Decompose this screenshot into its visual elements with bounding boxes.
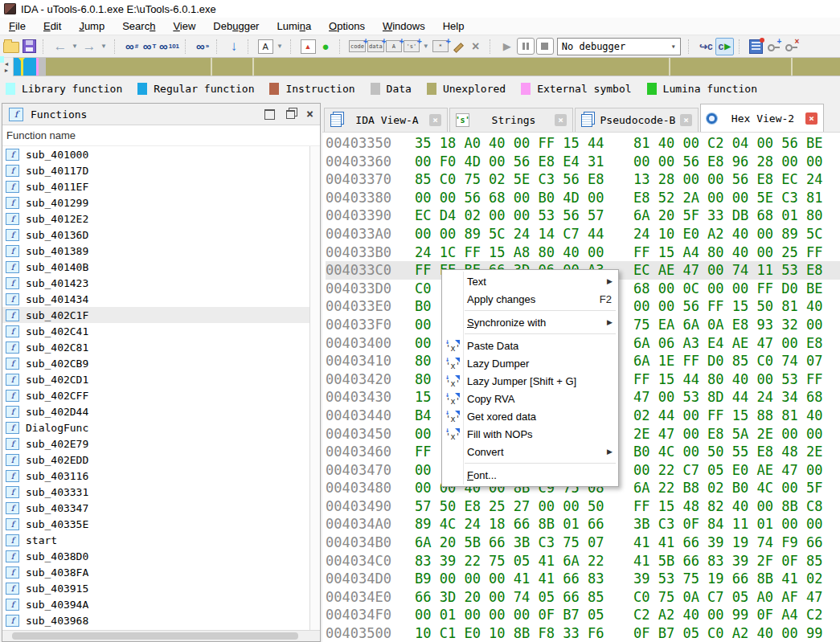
navband-scroll-left-icon[interactable]: ◄	[4, 61, 10, 67]
function-list-item[interactable]: fsub_40335E	[2, 516, 320, 532]
open-file-button[interactable]	[3, 38, 19, 55]
search-binary-button[interactable]: ∞101	[159, 38, 179, 55]
menu-item-text[interactable]: Text▶	[442, 272, 618, 290]
menu-item-convert[interactable]: Convert▶	[442, 443, 618, 460]
hex-row[interactable]: 004034F000 01 00 00 00 0F B7 05C2 A2 40 …	[326, 606, 840, 624]
tab-close-icon[interactable]: ×	[805, 112, 817, 125]
create-string-dropdown[interactable]: ▼	[421, 38, 431, 55]
create-string-button[interactable]: 's'+	[404, 38, 420, 55]
function-list-item[interactable]: fsub_4012E2	[2, 211, 320, 227]
function-list-item[interactable]: fsub_402CD1	[2, 371, 320, 387]
function-list-item[interactable]: fstart	[2, 532, 320, 548]
add-key-button[interactable]: +	[766, 38, 782, 55]
menu-item-fill-with-nops[interactable]: 'x'Fill with NOPs	[442, 425, 618, 443]
function-list-item[interactable]: fsub_40117D	[2, 162, 320, 178]
debug-pause-button[interactable]	[517, 38, 535, 55]
hex-row[interactable]: 0040335035 18 A0 40 00 FF 15 4481 40 00 …	[326, 134, 840, 153]
menu-item-apply-changes[interactable]: Apply changesF2	[442, 290, 618, 308]
recent-scripts-button[interactable]	[748, 38, 764, 55]
functions-horizontal-scrollbar[interactable]	[2, 630, 320, 641]
menu-item-lazy-dumper[interactable]: 'x'Lazy Dumper	[442, 354, 618, 372]
hex-row[interactable]: 004033B024 1C FF 15 A8 80 40 00FF 15 A4 …	[326, 243, 840, 262]
menu-jump[interactable]: Jump	[70, 18, 113, 34]
debug-stop-button[interactable]	[536, 38, 554, 55]
menu-lumina[interactable]: Lumina	[268, 18, 320, 34]
functions-panel-titlebar[interactable]: f Functions ×	[2, 104, 320, 125]
function-list-item[interactable]: fsub_402D44	[2, 403, 320, 419]
hex-row[interactable]: 004034D0B9 00 00 00 41 41 66 8339 53 75 …	[326, 570, 840, 588]
navigate-forward-dropdown[interactable]: ▼	[99, 38, 109, 55]
navigate-forward-button[interactable]: →	[81, 38, 97, 55]
hex-row[interactable]: 004034B06A 20 5B 66 3B C3 75 0741 41 66 …	[326, 534, 840, 552]
create-code-button[interactable]: code+	[349, 38, 366, 55]
create-data-button[interactable]: data+	[367, 38, 384, 55]
edit-comment-button[interactable]	[450, 38, 466, 55]
function-list-item[interactable]: fsub_4038D0	[2, 548, 320, 564]
jump-to-address-button[interactable]: ↓	[226, 38, 242, 55]
tab-close-icon[interactable]: ×	[555, 114, 567, 126]
menu-item-synchronize-with[interactable]: Synchronize with▶	[442, 313, 618, 331]
chevron-down-icon[interactable]: ▾	[667, 42, 680, 51]
function-list-item[interactable]: fsub_403915	[2, 580, 320, 596]
menu-view[interactable]: View	[164, 18, 204, 34]
hex-row[interactable]: 0040349057 50 E8 25 27 00 00 50FF 15 48 …	[326, 497, 840, 516]
tab-pseudocode-b[interactable]: Pseudocode-B×	[575, 108, 699, 132]
tab-close-icon[interactable]: ×	[429, 114, 441, 126]
menu-item-lazy-jumper-shift-g-[interactable]: 'x'Lazy Jumper [Shift + G]	[442, 372, 618, 390]
function-list-item[interactable]: fsub_403116	[2, 468, 320, 484]
function-list-item[interactable]: fsub_401000	[2, 146, 320, 162]
function-list-item[interactable]: fsub_402C1F	[2, 307, 320, 323]
hex-row[interactable]: 004034E066 3D 20 00 74 05 66 85C0 75 0A …	[326, 588, 840, 607]
restore-icon[interactable]	[286, 110, 295, 119]
function-list-item[interactable]: fsub_401299	[2, 194, 320, 211]
rename-button[interactable]: A	[257, 38, 273, 55]
functions-vertical-scrollbar[interactable]	[309, 146, 320, 630]
function-list-item[interactable]: fsub_4011EF	[2, 178, 320, 194]
menu-help[interactable]: Help	[434, 18, 473, 34]
function-list-item[interactable]: fsub_40140B	[2, 259, 320, 275]
save-database-button[interactable]	[21, 38, 37, 55]
current-position-marker[interactable]	[21, 58, 23, 76]
tab-hex-view-2[interactable]: Hex View-2×	[700, 104, 824, 132]
problems-list-button[interactable]: ▲	[300, 38, 316, 55]
scrollbar-thumb[interactable]	[12, 632, 298, 640]
autoanalysis-status-icon[interactable]: ●	[318, 38, 334, 55]
menu-windows[interactable]: Windows	[374, 18, 434, 34]
menu-item-get-xored-data[interactable]: 'x'Get xored data	[442, 407, 618, 425]
function-list-item[interactable]: fsub_402CFF	[2, 387, 320, 403]
function-list-item[interactable]: fsub_402E79	[2, 435, 320, 452]
search-text-button[interactable]: ∞T	[141, 38, 158, 55]
function-list-item[interactable]: fDialogFunc	[2, 419, 320, 435]
function-list-item[interactable]: fsub_402C81	[2, 339, 320, 355]
hex-row[interactable]: 004034C083 39 22 75 05 41 6A 2241 5B 66 …	[326, 552, 840, 570]
close-icon[interactable]: ×	[306, 109, 313, 119]
menu-item-font-[interactable]: Font...	[442, 466, 618, 484]
menu-file[interactable]: File	[0, 18, 35, 34]
hex-row[interactable]: 0040338000 00 56 68 00 B0 4D 00E8 52 2A …	[326, 189, 840, 207]
function-list-item[interactable]: fsub_40136D	[2, 227, 320, 243]
menu-item-paste-data[interactable]: 'x'Paste Data	[442, 337, 618, 354]
function-list-item[interactable]: fsub_402C41	[2, 323, 320, 339]
function-list-item[interactable]: fsub_401423	[2, 275, 320, 291]
function-list-item[interactable]: fsub_401389	[2, 243, 320, 259]
function-list-item[interactable]: fsub_403968	[2, 612, 320, 628]
navigate-back-button[interactable]: ←	[52, 38, 68, 55]
delete-key-button[interactable]: ×	[784, 38, 800, 55]
function-list-item[interactable]: fsub_403331	[2, 484, 320, 500]
search-immediate-button[interactable]: ∞#	[124, 38, 140, 55]
hex-row[interactable]: 004033A000 00 89 5C 24 14 C7 4424 10 E0 …	[326, 225, 840, 243]
navigation-band[interactable]	[13, 57, 840, 76]
attach-to-process-button[interactable]: ↪c	[697, 38, 715, 55]
function-list-item[interactable]: fsub_40394A	[2, 596, 320, 612]
continue-process-button[interactable]: c▶	[715, 38, 734, 55]
tab-close-icon[interactable]: ×	[680, 114, 692, 126]
menu-edit[interactable]: Edit	[35, 18, 70, 34]
function-list-item[interactable]: fsub_402CB9	[2, 355, 320, 371]
rename-dropdown[interactable]: ▼	[275, 38, 285, 55]
menu-options[interactable]: Options	[320, 18, 374, 34]
hex-row[interactable]: 0040336000 F0 4D 00 56 E8 E4 3100 00 56 …	[326, 153, 840, 171]
create-function-button[interactable]: A+	[386, 38, 402, 55]
search-next-button[interactable]: ∞»	[195, 38, 211, 55]
menu-search[interactable]: Search	[113, 18, 164, 34]
function-list-item[interactable]: fsub_401434	[2, 291, 320, 307]
